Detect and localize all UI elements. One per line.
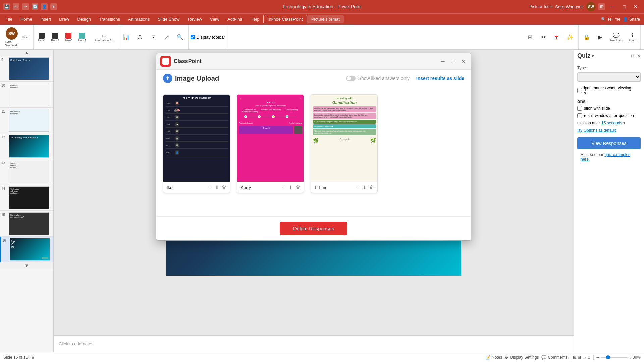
modal-minimize-btn[interactable]: ─: [439, 57, 447, 65]
insert-results-btn[interactable]: Insert results as slide: [416, 76, 464, 81]
zoom-plus-btn[interactable]: +: [629, 355, 631, 360]
menu-animations[interactable]: Animations: [124, 15, 154, 23]
close-btn[interactable]: ✕: [631, 3, 641, 10]
download-btn-kerry[interactable]: ⬇: [289, 185, 293, 190]
menu-slide-show[interactable]: Slide Show: [154, 15, 183, 23]
menu-review[interactable]: Review: [183, 15, 206, 23]
delete-btn[interactable]: 🗑: [551, 33, 563, 42]
slide-item-11[interactable]: 11 Will createteachers...: [0, 108, 53, 133]
autosave-icon[interactable]: 🔄: [32, 3, 38, 10]
annotation-btn[interactable]: ▭ Annotation S...: [92, 31, 116, 43]
pen3-btn[interactable]: Pen-3: [62, 31, 74, 43]
slide-item-13[interactable]: 13 What'sDigitalLearning: [0, 159, 53, 185]
menu-insert[interactable]: Insert: [36, 15, 55, 23]
download-btn-ike[interactable]: ⬇: [215, 185, 219, 190]
menu-view[interactable]: View: [206, 15, 223, 23]
like-btn-ike[interactable]: ♡: [208, 185, 212, 190]
notes-btn[interactable]: 📝 Notes: [485, 355, 502, 360]
menu-help[interactable]: Help: [246, 15, 263, 23]
feedback-btn[interactable]: 💬 Feedback: [607, 31, 625, 43]
menu-picture-format[interactable]: Picture Format: [307, 15, 344, 23]
tell-me-area[interactable]: 🔍 Tell me: [601, 17, 623, 22]
user-avatar[interactable]: SW: [586, 2, 596, 11]
window-controls[interactable]: ─ □ ✕: [608, 3, 641, 10]
menu-inknoe[interactable]: Inknoe ClassPoint: [263, 15, 307, 23]
slide-thumb-15: Do you haveany questions?: [9, 212, 49, 235]
slide-show-icon[interactable]: ⊡: [587, 355, 591, 360]
delete-responses-btn[interactable]: Delete Responses: [280, 222, 348, 235]
maximize-btn[interactable]: □: [619, 3, 629, 10]
slide-item-16[interactable]: 16 UpG:Di: [0, 237, 53, 262]
slide-item-12[interactable]: 12 Technology and education: [0, 133, 53, 159]
pen1-btn[interactable]: Pen-1: [36, 31, 48, 43]
menu-draw[interactable]: Draw: [55, 15, 73, 23]
view-responses-btn[interactable]: View Responses: [577, 137, 641, 149]
shape-btn[interactable]: ⬡: [134, 33, 146, 42]
undo-icon[interactable]: ↩: [13, 3, 19, 10]
chart-btn[interactable]: 📊: [120, 33, 132, 42]
like-btn-ttime[interactable]: ♡: [356, 185, 360, 190]
submission-label: mission after: [577, 121, 600, 125]
slide-item-14[interactable]: 14 Technologywill neverreplace...: [0, 185, 53, 211]
text-btn[interactable]: ⊡: [147, 33, 159, 42]
scroll-down[interactable]: ▼: [0, 262, 53, 269]
slide-item-15[interactable]: 15 Do you haveany questions?: [0, 211, 53, 237]
menu-transitions[interactable]: Transitions: [95, 15, 124, 23]
layout-icon[interactable]: ⊞: [598, 3, 605, 10]
quiz-dropdown-icon[interactable]: ▾: [592, 53, 594, 59]
slide-item-9[interactable]: 9 Benefits on Teachers: [0, 56, 53, 82]
pen4-btn[interactable]: Pen-4: [76, 31, 88, 43]
pen-section: Pen-1 Pen-2 Pen-3 Pen-4: [34, 25, 90, 49]
delete-btn-ike[interactable]: 🗑: [222, 185, 226, 190]
play-btn[interactable]: ▶: [594, 33, 606, 42]
magic-btn[interactable]: ✨: [564, 33, 576, 42]
menu-home[interactable]: Home: [16, 15, 36, 23]
slide-sorter-icon[interactable]: ⊟: [578, 355, 581, 360]
about-btn[interactable]: ℹ About: [626, 31, 638, 43]
panel-close-icon[interactable]: ✕: [637, 53, 641, 58]
profile-icon[interactable]: 👤: [41, 3, 48, 10]
slide-item-10[interactable]: 10 BenefitsMethods: [0, 82, 53, 108]
more-icon[interactable]: ▾: [50, 3, 57, 10]
play-options-row[interactable]: lay Options as default: [577, 128, 641, 133]
zoom-minus-btn[interactable]: ─: [596, 355, 599, 360]
redo-icon[interactable]: ↪: [22, 3, 29, 10]
save-icon[interactable]: 💾: [3, 3, 10, 10]
display-toolbar-checkbox[interactable]: [191, 35, 195, 39]
modal-close-btn[interactable]: ✕: [459, 57, 467, 65]
normal-view-icon[interactable]: ⊞: [573, 355, 576, 360]
zoom-thumb[interactable]: [606, 355, 610, 359]
participant-checkbox[interactable]: [577, 88, 582, 93]
minimize-btn[interactable]: ─: [608, 3, 618, 10]
submission-row: mission after 15 seconds ▾: [577, 121, 641, 125]
menu-design[interactable]: Design: [73, 15, 95, 23]
panel-expand-icon[interactable]: ⊓: [631, 53, 634, 58]
share-area[interactable]: 👤 Share: [623, 17, 643, 22]
modal-maximize-btn[interactable]: □: [449, 57, 457, 65]
fit-page-icon[interactable]: ⊞: [31, 355, 35, 360]
delete-btn-kerry[interactable]: 🗑: [296, 185, 300, 190]
display-settings-btn[interactable]: ⚙ Display Settings: [505, 355, 539, 360]
scroll-up[interactable]: ▲: [0, 50, 53, 56]
lock-btn[interactable]: 🔒: [581, 33, 593, 42]
pen2-btn[interactable]: Pen-2: [49, 31, 61, 43]
like-btn-kerry[interactable]: ♡: [282, 185, 286, 190]
zoom-btn[interactable]: 🔍: [174, 33, 186, 42]
zoom-slider[interactable]: [601, 357, 628, 358]
comments-btn[interactable]: 💬 Comments: [541, 355, 567, 360]
card2-timeline-line: [239, 114, 302, 121]
show-liked-toggle[interactable]: Show liked answers only: [346, 76, 410, 81]
crop-btn[interactable]: ✂: [537, 33, 549, 42]
delete-btn-ttime[interactable]: 🗑: [369, 185, 374, 190]
question-slide-checkbox[interactable]: [577, 106, 582, 111]
menu-file[interactable]: File: [1, 15, 16, 23]
reading-view-icon[interactable]: ▭: [582, 355, 586, 360]
submission-dropdown-icon[interactable]: ▾: [623, 121, 625, 125]
download-btn-ttime[interactable]: ⬇: [363, 185, 367, 190]
menu-addins[interactable]: Add-ins: [223, 15, 246, 23]
result-window-checkbox[interactable]: [577, 113, 582, 118]
type-select[interactable]: [577, 72, 641, 82]
remove-bg-btn[interactable]: ⊟: [524, 33, 536, 42]
user-btn[interactable]: User: [19, 34, 31, 40]
arrow-btn[interactable]: ↗: [161, 33, 173, 42]
